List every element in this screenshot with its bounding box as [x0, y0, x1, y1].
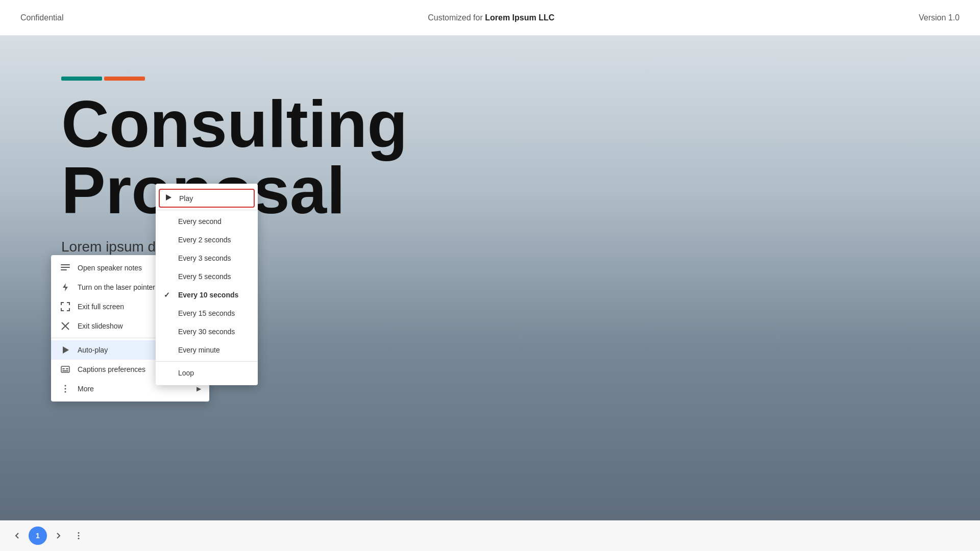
- menu-label-exit-fullscreen: Exit full screen: [78, 303, 164, 311]
- submenu-item-loop[interactable]: Loop: [156, 364, 258, 382]
- submenu-label-every-second: Every second: [178, 217, 222, 226]
- svg-point-9: [65, 385, 66, 387]
- submenu-divider-1: [156, 210, 258, 210]
- submenu-label-every-minute: Every minute: [178, 346, 220, 354]
- submenu-divider-2: [156, 361, 258, 362]
- submenu-item-every-5-seconds[interactable]: Every 5 seconds: [156, 267, 258, 286]
- company-name: Lorem Ipsum LLC: [485, 13, 554, 22]
- submenu-label-every-2: Every 2 seconds: [178, 236, 231, 244]
- more-options-button[interactable]: [69, 527, 88, 545]
- fullscreen-icon: [59, 302, 71, 311]
- svg-point-11: [65, 391, 66, 393]
- svg-rect-1: [61, 267, 70, 268]
- svg-point-13: [78, 532, 80, 534]
- version-label: Version 1.0: [919, 13, 960, 22]
- svg-rect-7: [66, 368, 68, 369]
- submenu-label-every-3: Every 3 seconds: [178, 254, 231, 262]
- bottom-bar: 1: [0, 520, 980, 551]
- autoplay-submenu: Play Every second Every 2 seconds Every …: [156, 184, 258, 385]
- svg-rect-2: [61, 269, 67, 270]
- play-icon: [59, 345, 71, 355]
- customized-prefix: Customized for: [428, 13, 483, 22]
- submenu-label-every-30: Every 30 seconds: [178, 328, 235, 336]
- captions-icon: [59, 365, 71, 374]
- submenu-label-loop: Loop: [178, 369, 194, 377]
- close-icon: [59, 321, 71, 331]
- svg-marker-12: [166, 194, 172, 201]
- lightning-icon: [59, 283, 71, 292]
- svg-rect-0: [61, 264, 70, 265]
- svg-marker-4: [63, 346, 69, 354]
- arrow-icon-more: ▶: [197, 385, 201, 392]
- submenu-item-every-30-seconds[interactable]: Every 30 seconds: [156, 322, 258, 341]
- submenu-label-every-15: Every 15 seconds: [178, 309, 235, 317]
- dots-icon: [59, 384, 71, 393]
- lines-icon: [59, 263, 71, 272]
- svg-rect-5: [61, 366, 69, 372]
- submenu-item-every-3-seconds[interactable]: Every 3 seconds: [156, 249, 258, 267]
- play-triangle-icon: [165, 194, 175, 203]
- prev-button[interactable]: [8, 527, 27, 545]
- svg-point-10: [65, 388, 66, 390]
- header: Confidential Customized for Lorem Ipsum …: [0, 0, 980, 36]
- svg-rect-8: [62, 370, 68, 371]
- submenu-item-every-second[interactable]: Every second: [156, 212, 258, 231]
- slide-area: Consulting Proposal Lorem ipsum dolor si…: [0, 36, 980, 551]
- accent-bar-orange: [104, 77, 145, 81]
- submenu-item-play[interactable]: Play: [159, 189, 255, 208]
- svg-marker-3: [63, 283, 68, 291]
- submenu-label-every-10: Every 10 seconds: [178, 291, 238, 299]
- page-number: 1: [29, 527, 47, 545]
- menu-label-more: More: [78, 385, 197, 393]
- svg-rect-6: [62, 368, 65, 369]
- accent-bar-teal: [61, 77, 102, 81]
- check-every-10: ✓: [164, 291, 174, 299]
- slide-title-line1: Consulting: [61, 91, 408, 157]
- header-center: Customized for Lorem Ipsum LLC: [428, 13, 554, 22]
- submenu-item-every-15-seconds[interactable]: Every 15 seconds: [156, 304, 258, 322]
- submenu-item-every-2-seconds[interactable]: Every 2 seconds: [156, 231, 258, 249]
- submenu-label-every-5: Every 5 seconds: [178, 272, 231, 281]
- submenu-item-every-10-seconds[interactable]: ✓ Every 10 seconds: [156, 286, 258, 304]
- submenu-item-every-minute[interactable]: Every minute: [156, 341, 258, 359]
- svg-point-14: [78, 535, 80, 537]
- confidential-label: Confidential: [20, 13, 64, 22]
- submenu-label-play: Play: [179, 194, 193, 203]
- accent-bars: [61, 77, 408, 81]
- next-button[interactable]: [49, 527, 67, 545]
- svg-point-15: [78, 538, 80, 539]
